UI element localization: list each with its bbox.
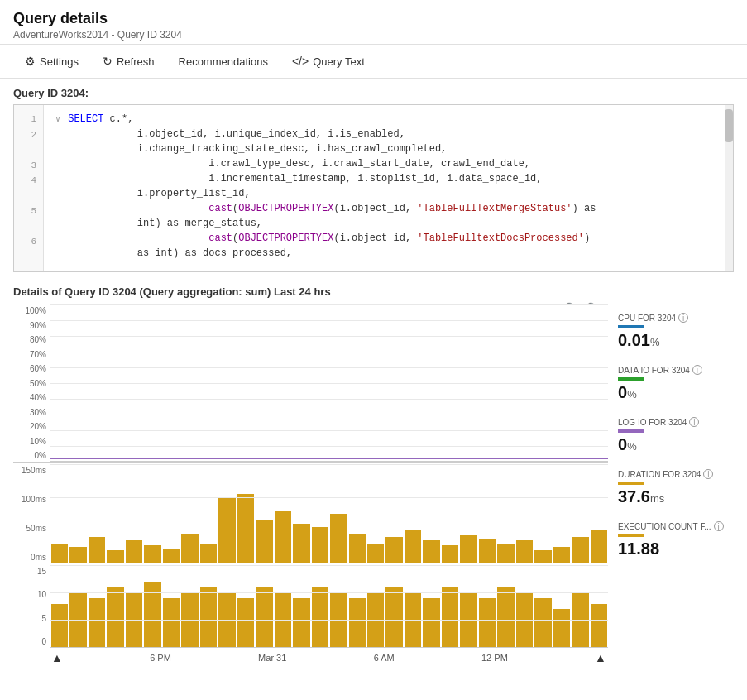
refresh-label: Refresh [117, 55, 155, 68]
dur-50: 50ms [13, 524, 50, 533]
details-section: Details of Query ID 3204 (Query aggregat… [0, 285, 747, 664]
exec-bar [479, 598, 496, 648]
duration-bar [237, 494, 254, 563]
duration-chart-grid: 150ms 100ms 50ms 0ms [13, 464, 608, 563]
log-io-label-text: LOG IO FOR 3204 [618, 418, 687, 427]
cpu-unit: % [650, 336, 660, 348]
recommendations-button[interactable]: Recommendations [167, 50, 280, 73]
query-label: Query ID 3204: [13, 87, 734, 99]
exec-bar [144, 582, 160, 648]
y-40: 40% [13, 393, 50, 402]
data-io-value: 0 [618, 383, 627, 401]
line-numbers: 1 2 3 4 5 6 [14, 105, 44, 271]
duration-bar [460, 535, 476, 563]
legend-duration: DURATION FOR 3204 i 37.6ms [618, 469, 734, 506]
exec-bar [237, 598, 254, 648]
duration-bar [405, 530, 421, 563]
legend-data-io: DATA IO FOR 3204 i 0% [618, 365, 734, 402]
settings-icon: ⚙ [25, 55, 36, 68]
x-12pm: 12 PM [481, 653, 508, 663]
exec-bar [591, 604, 607, 648]
exec-bar [51, 604, 68, 648]
duration-bar [572, 537, 588, 563]
duration-color-bar [618, 482, 644, 485]
legend-log-io: LOG IO FOR 3204 i 0% [618, 417, 734, 454]
exec-bar [442, 587, 458, 648]
exec-5: 5 [13, 614, 50, 623]
duration-legend-label: DURATION FOR 3204 i [618, 469, 734, 479]
dur-0: 0ms [13, 553, 50, 562]
exec-legend-label: EXECUTION COUNT F... i [618, 521, 734, 531]
duration-bar [107, 550, 123, 563]
log-io-legend-label: LOG IO FOR 3204 i [618, 417, 734, 427]
code-editor[interactable]: 1 2 3 4 5 6 ∨ SELECT c.*, i.object_id, i… [13, 104, 734, 272]
exec-bar [107, 587, 123, 648]
duration-chart-container: 150ms 100ms 50ms 0ms [13, 464, 608, 563]
duration-bar [126, 540, 142, 563]
scrollbar-thumb[interactable] [725, 109, 733, 142]
code-icon: </> [292, 55, 309, 68]
y-30: 30% [13, 408, 50, 417]
exec-bars [50, 565, 608, 648]
data-io-label-text: DATA IO FOR 3204 [618, 366, 690, 375]
toolbar: ⚙ Settings ↻ Refresh Recommendations </>… [0, 44, 747, 79]
exec-bar [385, 587, 402, 648]
exec-0: 0 [13, 637, 50, 646]
exec-10: 10 [13, 590, 50, 599]
data-io-legend-label: DATA IO FOR 3204 i [618, 365, 734, 375]
duration-plot [50, 464, 608, 563]
log-io-info-icon: i [689, 417, 699, 427]
exec-bar [553, 609, 570, 648]
data-io-unit: % [627, 388, 637, 400]
chart-main: 🔍+ 🔍− 100% 90% 80% 70% 60% 50% 40% 30% 2… [13, 304, 608, 664]
duration-bar [181, 534, 198, 563]
data-io-color-bar [618, 377, 644, 381]
chart-legend: CPU FOR 3204 i 0.01% DATA IO FOR 3204 i … [618, 304, 734, 664]
log-io-unit: % [627, 440, 637, 453]
duration-bar [200, 544, 217, 563]
cpu-info-icon: i [678, 313, 688, 323]
duration-bar [367, 544, 384, 563]
exec-yaxis: 15 10 5 0 [13, 565, 50, 648]
scrollbar-track[interactable] [725, 105, 733, 271]
xaxis-row: ▲ 6 PM Mar 31 6 AM 12 PM ▲ [50, 651, 608, 664]
page-title: Query details [13, 10, 734, 27]
duration-bar [51, 544, 68, 563]
x-6am: 6 AM [374, 653, 395, 663]
duration-info-icon: i [703, 469, 713, 479]
execution-chart-grid: 15 10 5 0 [13, 565, 608, 648]
y-20: 20% [13, 422, 50, 431]
log-io-value: 0 [618, 435, 627, 453]
exec-bar [497, 587, 514, 648]
subtitle: AdventureWorks2014 - Query ID 3204 [13, 29, 734, 41]
duration-bar [89, 537, 105, 563]
refresh-button[interactable]: ↻ Refresh [91, 50, 167, 73]
exec-value: 11.88 [618, 539, 659, 558]
query-text-label: Query Text [313, 55, 365, 68]
exec-bar [256, 587, 272, 648]
duration-bar [144, 545, 160, 563]
y-70: 70% [13, 350, 50, 359]
exec-bar [89, 598, 105, 648]
recommendations-label: Recommendations [179, 55, 268, 68]
cpu-plot [50, 304, 608, 462]
duration-bar [163, 549, 180, 563]
duration-bar [349, 534, 366, 563]
duration-bars [50, 464, 608, 563]
duration-label-text: DURATION FOR 3204 [618, 470, 701, 479]
settings-button[interactable]: ⚙ Settings [13, 50, 91, 73]
exec-bar [534, 598, 551, 648]
duration-value: 37.6 [618, 487, 650, 506]
legend-execution: EXECUTION COUNT F... i 11.88 [618, 521, 734, 559]
duration-yaxis: 150ms 100ms 50ms 0ms [13, 464, 50, 563]
x-mar31: Mar 31 [258, 653, 286, 663]
duration-bar [385, 537, 402, 563]
y-10: 10% [13, 437, 50, 446]
query-text-button[interactable]: </> Query Text [280, 50, 377, 73]
duration-unit: ms [650, 492, 664, 505]
arrow-left: ▲ [51, 651, 63, 664]
title-bar: Query details AdventureWorks2014 - Query… [0, 0, 747, 44]
chart-area: 🔍+ 🔍− 100% 90% 80% 70% 60% 50% 40% 30% 2… [13, 304, 734, 664]
exec-bar [312, 587, 328, 648]
duration-bar [479, 539, 496, 563]
